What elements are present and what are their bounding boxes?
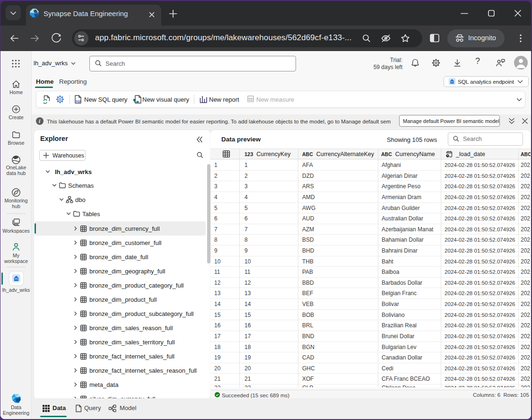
svg-text:SQL: SQL — [76, 100, 82, 103]
